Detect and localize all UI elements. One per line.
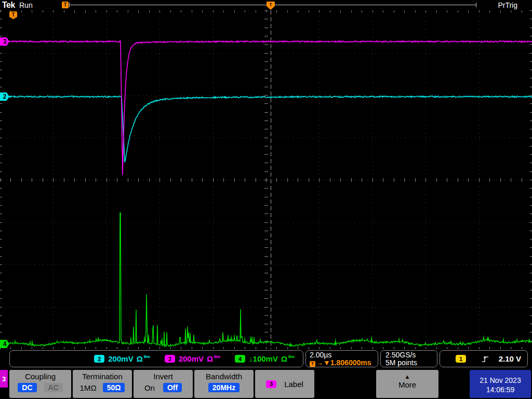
acquisition-status: Run	[19, 1, 33, 9]
termination-button[interactable]: Termination 1MΩ 50Ω	[73, 370, 132, 398]
trigger-readout: 1 2.10 V	[440, 350, 528, 367]
invert-on-option[interactable]: On	[144, 383, 155, 392]
ch3-readout: 3 200mV Ω Bw	[165, 354, 220, 363]
datetime-display: 21 Nov 2023 14:06:59	[470, 370, 531, 398]
more-button[interactable]: ▲ More	[376, 370, 438, 398]
ch2-impedance: Ω	[137, 354, 143, 363]
waveform-display	[0, 10, 532, 349]
record-trigger-icon[interactable]: T	[62, 2, 69, 8]
time-text: 14:06:59	[486, 385, 515, 394]
ch3-scale: 200mV	[179, 354, 204, 363]
readout-bar: 2 200mV Ω Bw 3 200mV Ω Bw 4 ↓100mV Ω Bw …	[0, 349, 532, 369]
sample-rate: 2.50GS/s	[385, 351, 432, 359]
ch4-badge: 4	[235, 355, 245, 363]
coupling-button[interactable]: Coupling DC AC	[9, 370, 71, 398]
invert-button[interactable]: Invert On Off	[134, 370, 193, 398]
timebase-value: 2.00µs	[310, 351, 374, 359]
delay-arrows: →▼	[316, 358, 330, 367]
ch3-bandwidth-limit-icon: Bw	[214, 354, 220, 359]
bandwidth-value[interactable]: 20MHz	[208, 383, 240, 392]
trigger-source-badge: 1	[456, 355, 466, 363]
label-button[interactable]: 3 Label	[255, 370, 314, 398]
more-text: More	[398, 380, 416, 389]
label-text: Label	[284, 380, 303, 389]
menu-channel-tab: 3	[0, 370, 8, 388]
termination-title: Termination	[82, 372, 123, 381]
ch4-bandwidth-limit-icon: Bw	[288, 354, 295, 359]
delay-trigger-icon: T	[310, 361, 315, 367]
ch2-badge: 2	[94, 355, 104, 363]
channel-scale-readout: 2 200mV Ω Bw 3 200mV Ω Bw 4 ↓100mV Ω Bw	[9, 350, 303, 367]
trigger-position-marker[interactable]: T	[267, 2, 275, 10]
termination-50ohm-option[interactable]: 50Ω	[103, 383, 125, 392]
oscilloscope-screen: Tek Run T T PrTrig T 3 2 4 2 200mV Ω Bw …	[0, 0, 532, 399]
ch4-scale: ↓100mV	[249, 354, 278, 363]
date-text: 21 Nov 2023	[480, 376, 521, 385]
invert-title: Invert	[153, 372, 173, 381]
ch4-readout: 4 ↓100mV Ω Bw	[235, 354, 295, 363]
label-channel-badge: 3	[266, 380, 276, 388]
ch4-impedance: Ω	[281, 354, 287, 363]
record-length: 5M points	[385, 359, 432, 367]
more-up-arrow-icon: ▲	[405, 374, 410, 380]
softkey-menu-bar: 3 Coupling DC AC Termination 1MΩ 50Ω Inv…	[0, 369, 532, 399]
tek-logo: Tek	[2, 1, 15, 10]
bandwidth-title: Bandwidth	[206, 372, 242, 381]
ch2-bandwidth-limit-icon: Bw	[144, 354, 150, 359]
coupling-dc-option[interactable]: DC	[18, 383, 36, 392]
top-status-bar: Tek Run T T PrTrig	[0, 0, 532, 10]
ch2-readout: 2 200mV Ω Bw	[94, 354, 150, 363]
ch2-scale: 200mV	[108, 354, 133, 363]
trigger-level: 2.10 V	[499, 354, 521, 363]
coupling-ac-option[interactable]: AC	[44, 383, 63, 392]
ch3-badge: 3	[165, 355, 175, 363]
rising-edge-icon	[481, 355, 489, 363]
coupling-title: Coupling	[25, 372, 56, 381]
termination-1mohm-option[interactable]: 1MΩ	[80, 383, 97, 392]
ch3-impedance: Ω	[207, 354, 213, 363]
delay-value: 1.806000ms	[330, 358, 371, 367]
acquisition-readout: 2.50GS/s 5M points	[380, 350, 437, 367]
graticule-area: T 3 2 4	[0, 10, 532, 349]
delay-readout: T→▼1.806000ms	[310, 359, 374, 367]
pretrig-status: PrTrig	[498, 1, 517, 9]
timebase-readout: 2.00µs T→▼1.806000ms	[305, 350, 378, 367]
invert-off-option[interactable]: Off	[163, 383, 182, 392]
bandwidth-button[interactable]: Bandwidth 20MHz	[194, 370, 254, 398]
